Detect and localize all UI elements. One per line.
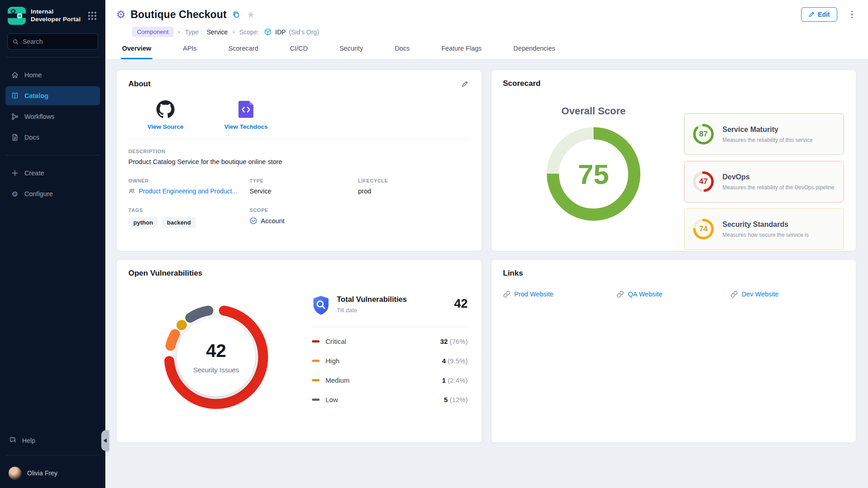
owner-link[interactable]: Product Engineering and Product... — [128, 188, 250, 195]
sidebar-item-workflows[interactable]: Workflows — [5, 107, 100, 126]
about-edit-pencil-icon[interactable] — [460, 79, 470, 89]
sidebar-divider — [5, 455, 100, 455]
link-icon — [731, 291, 738, 298]
tag-pill[interactable]: backend — [162, 217, 196, 228]
about-heading: About — [128, 80, 151, 89]
link-qa-website[interactable]: QA Website — [617, 291, 731, 298]
cube-icon — [264, 28, 272, 36]
search-input[interactable] — [23, 38, 93, 45]
metric-card-security-standards[interactable]: 74 Security Standards Measures how secur… — [684, 208, 844, 250]
tab-docs[interactable]: Docs — [394, 45, 410, 59]
search-icon — [13, 38, 19, 45]
sidebar: Internal Developer Portal Home — [0, 0, 105, 488]
user-name: Olivia Frey — [27, 469, 57, 477]
medium-dash-icon — [312, 379, 320, 381]
link-icon — [617, 291, 624, 298]
favorite-star-icon[interactable]: ★ — [246, 9, 255, 20]
help-label: Help — [22, 437, 35, 444]
vulnerabilities-card: Open Vulnerabilities 42 Security Issues — [116, 259, 482, 443]
user-menu[interactable]: Olivia Frey — [7, 463, 98, 480]
sidebar-item-configure[interactable]: ⚙ Configure — [5, 184, 100, 203]
type-col-label: TYPE — [250, 178, 358, 183]
scope-col-value: Account — [261, 217, 284, 225]
pencil-icon — [808, 11, 815, 18]
severity-row-critical: Critical 32 (76%) — [312, 332, 468, 351]
tab-apis[interactable]: APIs — [182, 45, 198, 59]
sidebar-item-label: Catalog — [24, 92, 48, 99]
tab-scorecard[interactable]: Scorecard — [227, 45, 259, 59]
scope-org: (Sid's Org) — [289, 28, 319, 36]
metric-card-service-maturity[interactable]: 87 Service Maturity Measures the reliabi… — [684, 113, 844, 155]
overall-score-value: 75 — [578, 158, 609, 190]
sidebar-footer: ? Help Olivia Frey — [7, 433, 98, 480]
more-options-icon[interactable] — [848, 8, 857, 21]
tab-feature-flags[interactable]: Feature Flags — [440, 45, 482, 59]
component-gear-icon: ⚙ — [116, 9, 126, 20]
tab-security[interactable]: Security — [339, 45, 364, 59]
scorecard-metrics: 87 Service Maturity Measures the reliabi… — [684, 113, 844, 250]
scope-col-label: SCOPE — [250, 207, 358, 213]
help-button[interactable]: ? Help — [7, 433, 98, 448]
tab-dependencies[interactable]: Dependencies — [513, 45, 557, 59]
sidebar-item-label: Configure — [24, 190, 53, 197]
links-heading: Links — [503, 269, 523, 278]
vulnerabilities-donut: 42 Security Issues — [157, 298, 275, 416]
content-grid: About View Source — [105, 60, 868, 488]
sidebar-divider — [5, 155, 100, 155]
chevron-left-icon — [104, 438, 107, 443]
metric-card-devops[interactable]: 47 DevOps Measures the reliability of th… — [684, 161, 844, 202]
total-vulnerabilities-title: Total Vulnerabilities — [337, 295, 407, 304]
description-label: DESCRIPTION — [128, 149, 470, 154]
app-title: Internal Developer Portal — [31, 8, 82, 23]
apps-grid-icon[interactable] — [86, 10, 98, 22]
severity-row-high: High 4 (9.5%) — [312, 351, 468, 371]
sidebar-collapse-handle[interactable] — [101, 430, 109, 451]
edit-button[interactable]: Edit — [801, 7, 837, 22]
svg-text:?: ? — [12, 437, 13, 441]
high-dash-icon — [312, 360, 320, 362]
tab-overview[interactable]: Overview — [121, 45, 152, 59]
account-icon — [250, 217, 257, 225]
copy-name-button[interactable] — [231, 10, 241, 19]
sidebar-divider — [5, 57, 100, 57]
total-vulnerabilities-value: 42 — [454, 295, 467, 311]
app-logo[interactable] — [7, 6, 26, 25]
description-value: Product Catalog Service for the boutique… — [128, 158, 470, 165]
overall-score-title: Overall Score — [561, 105, 626, 117]
view-techdocs-link[interactable]: View Techdocs — [224, 100, 268, 130]
about-divider — [128, 139, 470, 140]
gear-icon: ⚙ — [11, 190, 19, 198]
search-input-wrap[interactable] — [7, 33, 98, 50]
tags-label: TAGS — [128, 207, 250, 213]
sidebar-item-catalog[interactable]: Catalog — [5, 86, 100, 105]
type-col-value: Service — [250, 188, 358, 195]
app-root: Internal Developer Portal Home — [0, 0, 868, 488]
kind-badge: Component — [132, 27, 174, 37]
sidebar-item-docs[interactable]: Docs — [5, 128, 100, 147]
type-value: Service — [207, 28, 228, 36]
vulnerabilities-heading: Open Vulnerabilities — [128, 269, 203, 278]
tag-pill[interactable]: python — [128, 217, 158, 228]
vuln-center-label: Security Issues — [193, 366, 239, 374]
link-dev-website[interactable]: Dev Website — [731, 291, 844, 298]
sidebar-item-create[interactable]: Create — [5, 164, 100, 183]
page-title: Boutique Checkout — [131, 9, 227, 21]
sidebar-item-label: Workflows — [24, 113, 55, 120]
shield-scan-icon — [312, 295, 330, 316]
link-prod-website[interactable]: Prod Website — [503, 291, 617, 298]
owner-label: OWNER — [128, 178, 250, 183]
main-area: ⚙ Boutique Checkout ★ Edit Component • T… — [105, 0, 868, 488]
overall-score-donut: 75 — [542, 122, 645, 225]
severity-row-medium: Medium 1 (2.4%) — [312, 371, 468, 390]
scope-value: IDP — [275, 28, 286, 36]
view-source-link[interactable]: View Source — [147, 100, 184, 130]
sidebar-item-home[interactable]: Home — [5, 66, 100, 84]
docs-icon — [11, 133, 19, 141]
type-label: Type : — [185, 28, 202, 36]
group-icon — [128, 188, 136, 195]
home-icon — [11, 71, 19, 79]
link-icon — [503, 291, 510, 298]
about-card: About View Source — [116, 70, 482, 251]
sidebar-header: Internal Developer Portal — [7, 6, 98, 25]
tab-cicd[interactable]: CI/CD — [289, 45, 308, 59]
